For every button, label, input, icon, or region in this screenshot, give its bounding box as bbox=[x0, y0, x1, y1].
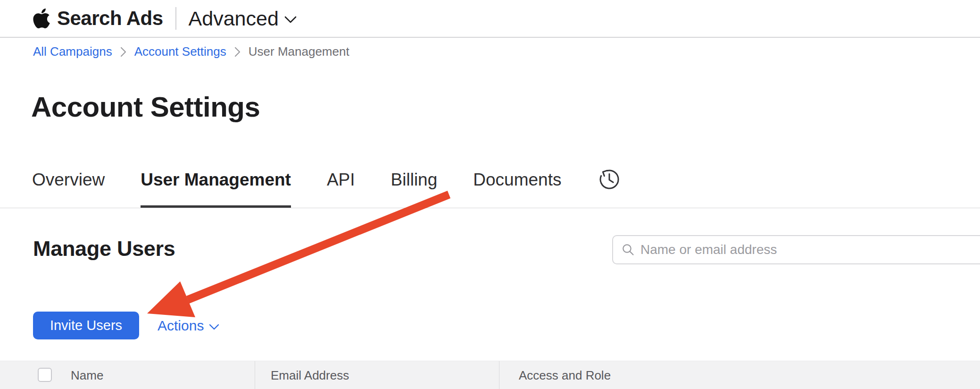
column-header-email: Email Address bbox=[271, 361, 349, 389]
apple-logo-icon bbox=[32, 7, 51, 30]
breadcrumb-account-settings[interactable]: Account Settings bbox=[134, 44, 226, 59]
invite-users-button[interactable]: Invite Users bbox=[33, 312, 139, 339]
tabs: Overview User Management API Billing Doc… bbox=[0, 166, 980, 208]
actions-label: Actions bbox=[158, 317, 204, 335]
column-divider bbox=[499, 361, 499, 389]
chevron-down-icon bbox=[209, 324, 219, 330]
chevron-down-icon bbox=[284, 16, 297, 24]
breadcrumb-all-campaigns[interactable]: All Campaigns bbox=[33, 44, 112, 59]
user-search-box bbox=[612, 235, 980, 264]
column-divider bbox=[255, 361, 255, 389]
tab-overview[interactable]: Overview bbox=[32, 166, 105, 208]
app-header: Search Ads Advanced bbox=[0, 0, 980, 38]
edition-label: Advanced bbox=[189, 7, 279, 30]
select-all-checkbox[interactable] bbox=[38, 368, 52, 382]
tab-api[interactable]: API bbox=[327, 166, 355, 208]
search-input[interactable] bbox=[640, 242, 980, 257]
brand-name: Search Ads bbox=[57, 7, 163, 30]
users-table-header: Name Email Address Access and Role bbox=[0, 361, 980, 389]
breadcrumb: All Campaigns Account Settings User Mana… bbox=[33, 44, 349, 59]
tab-documents[interactable]: Documents bbox=[473, 166, 561, 208]
tabs-bar: Overview User Management API Billing Doc… bbox=[0, 166, 980, 208]
breadcrumb-current-page: User Management bbox=[249, 44, 349, 59]
section-title: Manage Users bbox=[33, 236, 175, 262]
edition-dropdown[interactable]: Advanced bbox=[189, 7, 297, 30]
tab-user-management[interactable]: User Management bbox=[141, 166, 291, 208]
history-button[interactable] bbox=[597, 166, 622, 208]
history-icon bbox=[597, 167, 622, 192]
search-icon bbox=[622, 243, 635, 256]
column-header-name: Name bbox=[71, 361, 103, 389]
actions-dropdown[interactable]: Actions bbox=[158, 317, 219, 335]
tab-billing[interactable]: Billing bbox=[391, 166, 438, 208]
page-title: Account Settings bbox=[31, 91, 260, 123]
column-header-access-role: Access and Role bbox=[519, 361, 611, 389]
header-divider bbox=[175, 7, 176, 30]
chevron-right-icon bbox=[120, 47, 126, 57]
brand-home-link[interactable]: Search Ads bbox=[32, 7, 163, 30]
chevron-right-icon bbox=[234, 47, 241, 57]
